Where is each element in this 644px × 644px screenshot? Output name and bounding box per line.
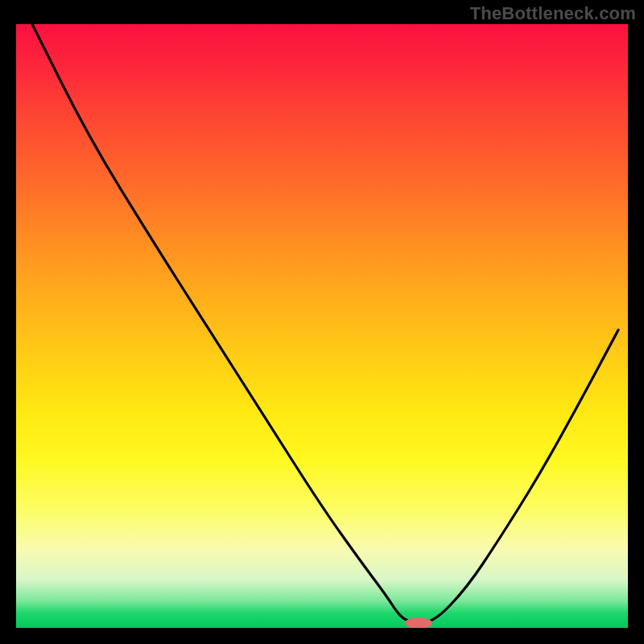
- bottleneck-curve: [32, 24, 618, 622]
- curve-layer: [16, 24, 628, 628]
- watermark-text: TheBottleneck.com: [470, 3, 636, 24]
- chart-frame: TheBottleneck.com: [0, 0, 644, 644]
- plot-area: [16, 24, 628, 628]
- optimal-point-marker: [405, 617, 432, 628]
